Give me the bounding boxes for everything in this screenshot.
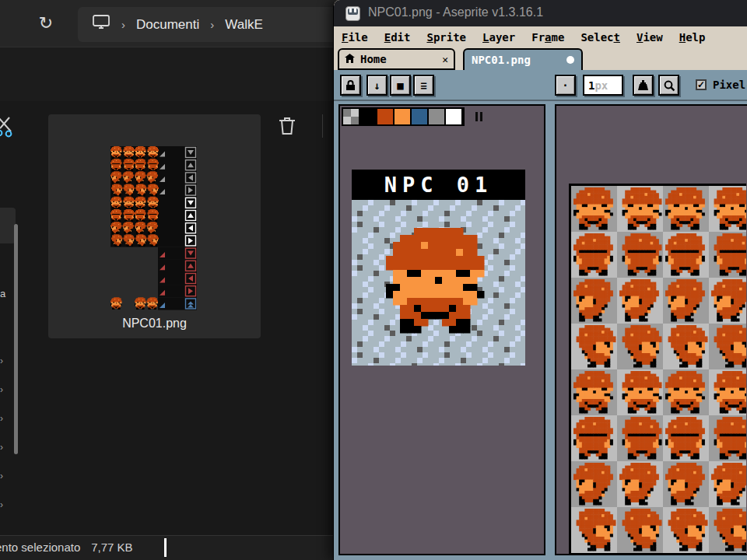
tree-expand-icon[interactable]: ›: [0, 471, 8, 481]
palette-swatch-4[interactable]: [412, 109, 427, 124]
tree-expand-icon[interactable]: ›: [0, 355, 8, 366]
breadcrumb-chevron-icon[interactable]: ›: [121, 18, 125, 31]
menu-frame[interactable]: Frame: [531, 31, 564, 44]
file-thumbnail-image: [48, 114, 261, 313]
tab-close-icon[interactable]: ✕: [442, 54, 448, 65]
refresh-icon[interactable]: ↻: [34, 12, 58, 35]
palette-swatch-6[interactable]: [446, 109, 461, 124]
nav-item-label-fragment: a: [0, 288, 5, 299]
editor-view-right[interactable]: [555, 104, 747, 555]
breadcrumb-item-folder[interactable]: WalkE: [225, 17, 263, 33]
this-pc-icon[interactable]: [92, 15, 110, 34]
window-title: NPC01.png - Aseprite v1.3.16.1: [368, 5, 543, 19]
file-item-npc01[interactable]: NPC01.png: [48, 114, 261, 338]
brush-size-suffix: px: [594, 79, 608, 92]
aseprite-context-bar: ↓ ■ ≡ · 1px ✓ Pixel-perfect: [334, 70, 747, 101]
status-selection-text: ento selezionato7,77 KB: [0, 541, 133, 554]
nav-scrollbar[interactable]: [14, 224, 18, 454]
file-name-label: NPC01.png: [48, 317, 261, 331]
aseprite-app-icon: [345, 6, 360, 21]
palette-swatch-2[interactable]: [377, 109, 393, 124]
menu-view[interactable]: View: [637, 31, 663, 44]
editor-view-left[interactable]: NPC 01: [338, 104, 545, 555]
tree-expand-icon[interactable]: ›: [0, 442, 8, 453]
brush-size-input[interactable]: 1px: [583, 75, 623, 96]
zoom-loupe-button[interactable]: [658, 75, 679, 96]
tree-expand-icon[interactable]: ›: [0, 499, 8, 510]
breadcrumb-chevron-icon[interactable]: ›: [210, 18, 214, 31]
aseprite-titlebar[interactable]: NPC01.png - Aseprite v1.3.16.1: [334, 0, 747, 26]
menu-edit[interactable]: Edit: [384, 31, 411, 44]
tree-expand-icon[interactable]: ›: [0, 384, 8, 395]
sprite-preview-art[interactable]: [352, 200, 525, 366]
toolbar-divider: [322, 114, 323, 138]
menu-sprite[interactable]: Sprite: [426, 31, 466, 44]
menu-file[interactable]: File: [342, 31, 368, 44]
tree-expand-icon[interactable]: ›: [0, 413, 8, 424]
aseprite-window: NPC01.png - Aseprite v1.3.16.1 FileEditS…: [333, 0, 747, 560]
download-arrow-button[interactable]: ↓: [366, 75, 388, 96]
aseprite-tab-row: Home ✕ NPC01.png: [334, 47, 747, 70]
tab-home[interactable]: Home ✕: [338, 48, 455, 70]
home-icon: [345, 52, 355, 66]
tab-home-label: Home: [360, 53, 437, 65]
brush-size-value: 1: [588, 79, 594, 92]
pixel-perfect-label: Pixel-perfect: [713, 79, 747, 91]
aseprite-menubar: FileEditSpriteLayerFrameSelectViewHelp: [334, 26, 747, 47]
menu-help[interactable]: Help: [679, 31, 706, 44]
tab-npc01-label: NPC01.png: [472, 54, 560, 66]
aseprite-workspace: NPC 01: [334, 101, 747, 560]
tab-npc01[interactable]: NPC01.png: [463, 48, 583, 70]
menu-layer[interactable]: Layer: [482, 31, 515, 44]
color-palette[interactable]: [342, 107, 465, 126]
palette-swatch-0[interactable]: [343, 109, 359, 124]
palette-swatch-1[interactable]: [360, 109, 376, 124]
sprite-sheet-view[interactable]: [569, 184, 746, 554]
breadcrumb-item-documenti[interactable]: Documenti: [136, 17, 199, 33]
menu-hamburger-button[interactable]: ≡: [413, 75, 434, 96]
filled-square-button[interactable]: ■: [390, 75, 411, 96]
breadcrumb[interactable]: › Documenti › WalkE: [78, 7, 358, 42]
menu-select[interactable]: Select: [580, 31, 620, 44]
navigation-pane-sliver: › › › › › › a: [0, 101, 23, 533]
palette-swatch-3[interactable]: [395, 109, 410, 124]
status-caret: [164, 538, 167, 557]
status-file-size: 7,77 KB: [91, 541, 132, 554]
delete-icon[interactable]: [275, 114, 299, 138]
palette-grip-icon[interactable]: [475, 112, 482, 121]
brush-dot-button[interactable]: ·: [555, 75, 576, 96]
sprite-title-card: NPC 01: [352, 170, 525, 200]
palette-swatch-5[interactable]: [429, 109, 444, 124]
tab-modified-dot: [566, 56, 574, 64]
pixel-perfect-checkbox[interactable]: ✓: [696, 79, 707, 90]
nav-selected-item[interactable]: [0, 208, 16, 243]
lock-button[interactable]: [340, 75, 361, 96]
ink-bottle-button[interactable]: [633, 75, 654, 96]
